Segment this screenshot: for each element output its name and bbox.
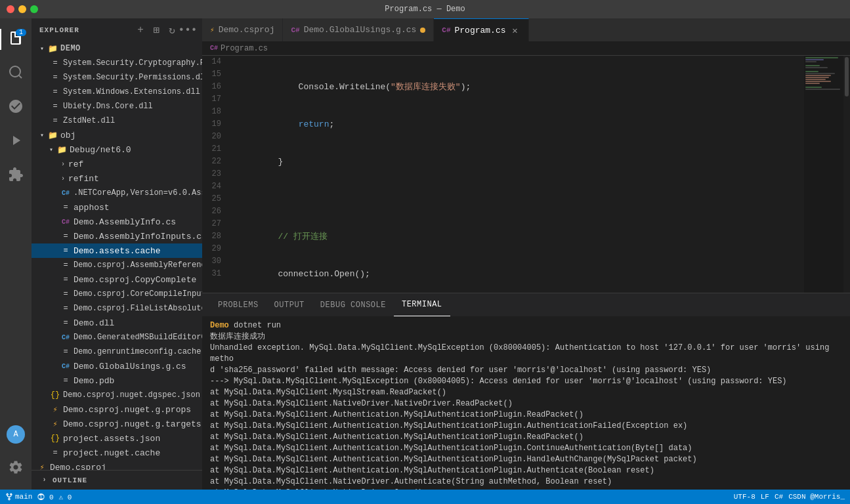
bottom-panel: PROBLEMS OUTPUT DEBUG CONSOLE TERMINAL — [202, 293, 850, 490]
maximize-button[interactable] — [30, 5, 38, 13]
tree-root-demo[interactable]: ▾ 📁 DEMO — [32, 41, 202, 56]
targets-icon: ⚡ — [50, 419, 60, 429]
tree-debug-folder[interactable]: ▾ 📁 Debug/net6.0 — [32, 142, 202, 157]
close-button[interactable] — [7, 5, 14, 13]
tree-item-demo-assets-cache[interactable]: = Demo.assets.cache — [32, 243, 202, 258]
outline-label: OUTLINE — [53, 476, 87, 484]
folder-icon: 📁 — [56, 144, 67, 155]
file-tree: ▾ 📁 DEMO = System.Security.Cryptography.… — [32, 41, 202, 470]
terminal-content[interactable]: Demo dotnet run 数据库连接成功 Unhandled except… — [202, 316, 850, 490]
dll-icon: = — [50, 116, 60, 126]
list-item[interactable]: ⚡ Demo.csproj.nuget.g.props — [32, 402, 202, 417]
status-left: main ⓵ 0 ⚠ 0 — [5, 493, 72, 501]
unsaved-dot — [420, 28, 425, 33]
tree-obj-folder[interactable]: ▾ 📁 obj — [32, 128, 202, 142]
new-folder-button[interactable]: ⊞ — [150, 24, 163, 37]
status-errors: ⓵ 0 — [37, 493, 53, 501]
list-item[interactable]: C# Demo.GeneratedMSBuildEditorC... — [32, 330, 202, 345]
cache-icon: = — [50, 448, 60, 458]
activity-bar: 1 A — [0, 18, 32, 490]
tabs-bar: ⚡ Demo.csproj C# Demo.GlobalUsings.g.cs … — [202, 18, 850, 41]
list-item[interactable]: = Demo.AssemblyInfoInputs.cache — [32, 229, 202, 243]
tab-demo-globalusings[interactable]: C# Demo.GlobalUsings.g.cs — [283, 18, 434, 41]
tab-program-cs[interactable]: C# Program.cs ✕ — [434, 18, 528, 41]
list-item[interactable]: = Demo.genruntimeconfig.cache — [32, 345, 202, 359]
list-item[interactable]: = System.Windows.Extensions.dll — [32, 85, 202, 99]
list-item[interactable]: = Demo.csproj.AssemblyReference... — [32, 258, 202, 272]
line-numbers: 14 15 16 17 18 19 20 21 22 23 24 25 26 2… — [202, 56, 232, 293]
outline-section[interactable]: › OUTLINE — [32, 470, 202, 490]
props-icon: ⚡ — [50, 404, 60, 415]
terminal-output-line: at MySql.Data.MySqlClient.Authentication… — [210, 454, 842, 465]
tab-problems[interactable]: PROBLEMS — [210, 293, 266, 316]
activity-item-extensions[interactable] — [0, 160, 32, 192]
terminal-output-line: at MySql.Data.MySqlClient.Authentication… — [210, 465, 842, 476]
window-controls[interactable] — [7, 5, 38, 13]
terminal-output-line: 数据库连接成功 — [210, 331, 842, 343]
cache-icon: = — [60, 289, 71, 299]
list-item[interactable]: = project.nuget.cache — [32, 446, 202, 460]
activity-item-source-control[interactable] — [0, 92, 32, 123]
activity-item-search[interactable] — [0, 58, 32, 89]
terminal-output-line: at MySql.Data.MySqlClient.Authentication… — [210, 410, 842, 421]
run-icon — [8, 133, 24, 152]
list-item[interactable]: C# Demo.GlobalUsings.g.cs — [32, 359, 202, 373]
tab-demo-csproj[interactable]: ⚡ Demo.csproj — [202, 18, 283, 41]
list-item[interactable]: = ZstdNet.dll — [32, 114, 202, 128]
tab-terminal[interactable]: TERMINAL — [394, 293, 450, 316]
list-item[interactable]: = Demo.csproj.CoreCompileInputs.c... — [32, 287, 202, 301]
activity-item-settings[interactable] — [0, 453, 32, 484]
explorer-badge: 1 — [16, 29, 26, 36]
list-item[interactable]: = System.Security.Permissions.dll — [32, 70, 202, 85]
code-content[interactable]: Console.WriteLine("数据库连接失败"); return; } … — [232, 56, 804, 293]
activity-item-explorer[interactable]: 1 — [0, 24, 32, 55]
list-item[interactable]: = System.Security.Cryptography.Prot... — [32, 56, 202, 70]
breadcrumb: C# Program.cs — [202, 41, 850, 56]
list-item[interactable]: = Demo.csproj.CopyComplete — [32, 272, 202, 287]
avatar: A — [7, 425, 25, 444]
tab-debug-console[interactable]: DEBUG CONSOLE — [312, 293, 394, 316]
list-item[interactable]: = Demo.dll — [32, 316, 202, 330]
list-item[interactable]: C# .NETCoreApp,Version=v6.0.Assem... — [32, 186, 202, 200]
list-item[interactable]: = apphost — [32, 200, 202, 215]
dll-icon: = — [50, 72, 60, 83]
minimize-button[interactable] — [18, 5, 26, 13]
list-item[interactable]: = Demo.pdb — [32, 373, 202, 388]
settings-icon — [8, 459, 24, 478]
global-icon: C# — [60, 361, 71, 371]
svg-line-1 — [19, 75, 22, 77]
more-actions-button[interactable]: ••• — [181, 24, 194, 37]
sidebar-title: EXPLORER — [39, 26, 79, 34]
status-credits: CSDN @Morris_ — [788, 493, 845, 501]
list-item[interactable]: = Demo.csproj.FileListAbsolute.txt — [32, 301, 202, 316]
list-item[interactable]: › ref — [32, 157, 202, 171]
status-encoding: UTF-8 — [734, 493, 755, 501]
chevron-right-icon: › — [58, 159, 68, 169]
list-item[interactable]: {} Demo.csproj.nuget.dgspec.json — [32, 388, 202, 402]
close-tab-button[interactable]: ✕ — [510, 25, 521, 35]
activity-item-run[interactable] — [0, 126, 32, 158]
chevron-right-icon: › — [39, 475, 50, 486]
terminal-output-line: at MySql.Data.MySqlClient.MysqlStream.Re… — [210, 387, 842, 398]
tree-item-demo-csproj[interactable]: ⚡ Demo.csproj — [32, 460, 202, 470]
code-line-19: connection.Open(); — [237, 268, 804, 280]
terminal-output-line: Unhandled exception. MySql.Data.MySqlCli… — [210, 343, 842, 365]
list-item[interactable]: › refint — [32, 171, 202, 186]
list-item[interactable]: ⚡ Demo.csproj.nuget.g.targets — [32, 417, 202, 431]
list-item[interactable]: C# Demo.AssemblyInfo.cs — [32, 215, 202, 229]
sidebar: EXPLORER + ⊞ ↻ ••• ▾ 📁 DEMO = System.Sec… — [32, 18, 202, 490]
status-warnings: ⚠ 0 — [59, 493, 72, 501]
terminal-output-line: at MySql.Data.MySqlClient.Authentication… — [210, 443, 842, 454]
cache-icon: = — [60, 245, 71, 256]
list-item[interactable]: = Ubiety.Dns.Core.dll — [32, 99, 202, 114]
scrollbar-thumb[interactable] — [845, 57, 849, 96]
list-item[interactable]: {} project.assets.json — [32, 431, 202, 446]
status-branch: main — [5, 493, 32, 501]
new-file-button[interactable]: + — [134, 24, 147, 37]
activity-item-accounts[interactable]: A — [0, 419, 32, 450]
refresh-button[interactable]: ↻ — [165, 24, 179, 37]
tab-output[interactable]: OUTPUT — [266, 293, 312, 316]
window-title: Program.cs — Demo — [385, 5, 465, 14]
dll-icon: = — [60, 318, 71, 328]
scrollbar-track[interactable] — [843, 56, 850, 293]
